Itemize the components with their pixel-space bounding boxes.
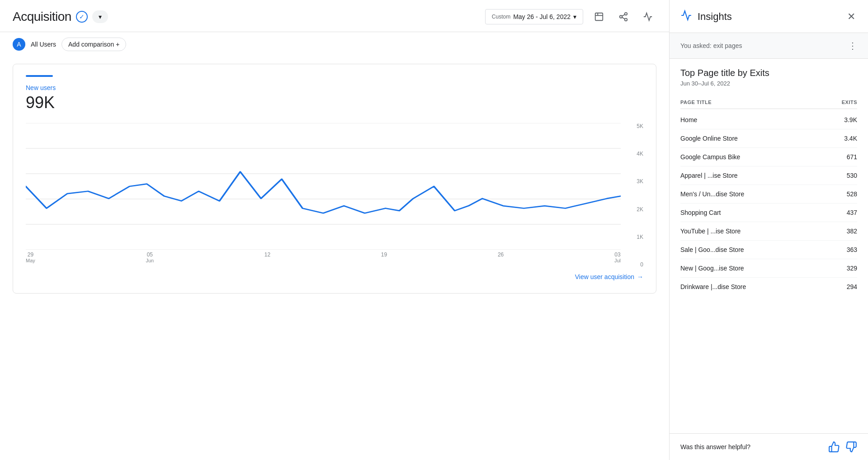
add-comparison-button[interactable]: Add comparison +	[61, 38, 126, 51]
row-exits-6: 382	[847, 228, 857, 235]
insights-title: Insights	[698, 11, 732, 23]
y-label-1k: 1K	[625, 234, 643, 240]
view-link-arrow: →	[637, 273, 643, 280]
x-label-29-may: 29 May	[26, 251, 35, 263]
col-header-exits: EXITS	[842, 100, 857, 105]
metric-value: 99K	[26, 93, 643, 112]
row-exits-3: 530	[847, 172, 857, 179]
date-range-label: May 26 - Jul 6, 2022	[513, 13, 571, 20]
y-label-0: 0	[625, 261, 643, 268]
row-exits-5: 437	[847, 209, 857, 216]
insight-date-range: Jun 30–Jul 6, 2022	[680, 80, 857, 87]
chart-svg	[26, 123, 621, 250]
insights-footer: Was this answer helpful?	[670, 433, 868, 460]
table-row: Home 3.9K	[680, 111, 857, 129]
page-title: Acquisition	[13, 9, 71, 24]
insights-close-button[interactable]: ✕	[845, 9, 857, 24]
x-label-19: 19	[381, 251, 387, 258]
all-users-chip: All Users	[31, 41, 56, 48]
svg-point-4	[620, 15, 623, 18]
top-right-controls: Custom May 26 - Jul 6, 2022 ▾	[485, 8, 656, 25]
x-label-12: 12	[264, 251, 270, 258]
table-row: Google Campus Bike 671	[680, 148, 857, 166]
insights-title-row: Insights	[680, 9, 732, 24]
insights-chart-icon	[680, 9, 692, 24]
chart-line	[26, 172, 621, 213]
right-panel: Insights ✕ You asked: exit pages ⋮ Top P…	[669, 0, 868, 460]
col-header-page-title: PAGE TITLE	[680, 100, 712, 105]
chart-svg-container	[26, 123, 621, 250]
x-month-label: May	[26, 258, 35, 263]
thumbs-down-button[interactable]	[845, 441, 857, 453]
row-page-title-9: Drinkware |...dise Store	[680, 283, 746, 290]
table-body: Home 3.9K Google Online Store 3.4K Googl…	[680, 111, 857, 296]
left-panel: Acquisition ✓ ▾ Custom May 26 - Jul 6, 2…	[0, 0, 669, 460]
thumbs-up-button[interactable]	[828, 441, 840, 453]
add-comparison-label: Add comparison	[68, 41, 114, 48]
date-picker[interactable]: Custom May 26 - Jul 6, 2022 ▾	[485, 9, 583, 24]
row-exits-0: 3.9K	[844, 116, 857, 123]
row-exits-2: 671	[847, 153, 857, 161]
table-row: Shopping Cart 437	[680, 204, 857, 222]
chart-x-labels: 29 May 05 Jun 12 19	[26, 251, 621, 268]
insights-header: Insights ✕	[670, 0, 868, 33]
x-day-label: 03	[614, 251, 620, 258]
x-day-label: 05	[147, 251, 153, 258]
svg-rect-0	[595, 13, 603, 21]
chart-y-labels: 0 1K 2K 3K 4K 5K	[625, 123, 643, 268]
second-bar: A All Users Add comparison +	[0, 32, 669, 57]
top-bar: Acquisition ✓ ▾ Custom May 26 - Jul 6, 2…	[0, 0, 669, 32]
all-users-label: All Users	[31, 41, 56, 48]
table-row: Apparel | ...ise Store 530	[680, 166, 857, 185]
table-row: Google Online Store 3.4K	[680, 129, 857, 148]
metric-label: New users	[26, 84, 643, 91]
date-custom-label: Custom	[492, 14, 510, 20]
x-day-label: 26	[498, 251, 504, 258]
table-row: New | Goog...ise Store 329	[680, 259, 857, 278]
y-label-3k: 3K	[625, 178, 643, 185]
title-section: Acquisition ✓ ▾	[13, 9, 108, 24]
row-exits-1: 3.4K	[844, 135, 857, 142]
table-row: Drinkware |...dise Store 294	[680, 278, 857, 296]
helpful-icons	[828, 441, 857, 453]
row-exits-4: 528	[847, 190, 857, 198]
add-comparison-plus-icon: +	[116, 41, 119, 48]
y-label-2k: 2K	[625, 206, 643, 213]
x-day-label: 29	[28, 251, 33, 258]
x-month-label: Jul	[614, 258, 621, 263]
main-content: New users 99K 0 1K 2K 3K 4K 5K	[0, 57, 669, 460]
share-button[interactable]	[615, 8, 632, 25]
row-page-title-0: Home	[680, 116, 697, 123]
y-label-5k: 5K	[625, 123, 643, 129]
x-day-label: 19	[381, 251, 387, 258]
row-exits-8: 329	[847, 265, 857, 272]
x-day-label: 12	[264, 251, 270, 258]
row-page-title-1: Google Online Store	[680, 135, 738, 142]
card-top-line	[26, 75, 53, 77]
row-page-title-4: Men's / Un...dise Store	[680, 190, 744, 198]
svg-line-6	[622, 17, 625, 19]
table-row: YouTube | ...ise Store 382	[680, 222, 857, 241]
table-row: Sale | Goo...dise Store 363	[680, 241, 857, 259]
table-header: PAGE TITLE EXITS	[680, 96, 857, 109]
date-dropdown-icon: ▾	[573, 13, 576, 20]
check-icon: ✓	[76, 11, 88, 23]
row-page-title-3: Apparel | ...ise Store	[680, 172, 738, 179]
export-button[interactable]	[590, 8, 608, 25]
x-label-05-jun: 05 Jun	[146, 251, 154, 263]
title-dropdown-button[interactable]: ▾	[92, 10, 108, 23]
query-text: You asked: exit pages	[680, 42, 742, 49]
table-row: Men's / Un...dise Store 528	[680, 185, 857, 204]
row-page-title-5: Shopping Cart	[680, 209, 721, 216]
svg-line-7	[622, 14, 625, 16]
insight-content: Top Page title by Exits Jun 30–Jul 6, 20…	[670, 59, 868, 305]
close-icon: ✕	[847, 11, 855, 23]
chart-area: 0 1K 2K 3K 4K 5K	[26, 123, 643, 268]
x-label-26: 26	[498, 251, 504, 258]
insights-toggle-button[interactable]	[639, 8, 656, 25]
metric-card: New users 99K 0 1K 2K 3K 4K 5K	[13, 64, 656, 294]
more-options-icon[interactable]: ⋮	[848, 40, 857, 51]
x-month-label: Jun	[146, 258, 154, 263]
avatar: A	[13, 38, 25, 51]
view-acquisition-link[interactable]: View user acquisition →	[26, 268, 643, 282]
